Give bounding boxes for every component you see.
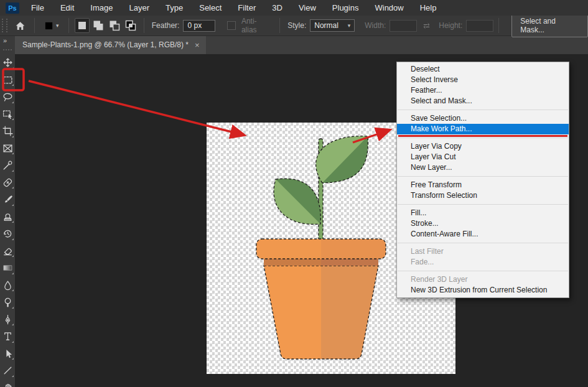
chevron-down-icon: ▾ <box>56 22 59 29</box>
close-icon[interactable]: × <box>195 40 200 50</box>
menu-layer[interactable]: Layer <box>121 0 158 16</box>
menu-item-layer-via-cut[interactable]: Layer Via Cut <box>397 152 569 162</box>
menu-item-new-3d-extrusion[interactable]: New 3D Extrusion from Current Selection <box>397 285 569 296</box>
menu-item-stroke[interactable]: Stroke... <box>397 218 569 229</box>
clone-stamp-icon <box>2 212 13 222</box>
menu-3d[interactable]: 3D <box>264 0 291 16</box>
menu-file[interactable]: File <box>23 0 52 16</box>
frame-icon <box>2 143 13 154</box>
menu-edit[interactable]: Edit <box>52 0 82 16</box>
menu-item-save-selection[interactable]: Save Selection... <box>397 113 569 124</box>
tool-gradient[interactable] <box>0 259 15 277</box>
height-input[interactable] <box>466 20 493 32</box>
panel-grip[interactable] <box>2 19 7 32</box>
history-brush-icon <box>2 228 13 239</box>
menu-item-feather[interactable]: Feather... <box>397 85 569 96</box>
menu-item-last-filter: Last Filter <box>397 246 569 257</box>
subtract-from-selection-icon[interactable] <box>107 18 122 33</box>
chevron-down-icon: ▾ <box>348 22 351 29</box>
gradient-icon <box>2 263 13 273</box>
menu-separator <box>398 271 568 271</box>
menu-item-free-transform[interactable]: Free Transform <box>397 180 569 190</box>
options-bar: ▾ Feather: Anti-alias Style: Normal ▾ Wi… <box>0 16 588 36</box>
menu-view[interactable]: View <box>291 0 324 16</box>
tool-eyedropper[interactable] <box>0 157 15 174</box>
feather-label: Feather: <box>152 21 180 30</box>
menu-item-render-3d-layer: Render 3D Layer <box>397 274 569 285</box>
pot-rim <box>256 239 386 259</box>
home-icon[interactable] <box>11 17 29 34</box>
pot-band <box>264 259 378 266</box>
style-value: Normal <box>314 21 338 30</box>
menu-item-select-inverse[interactable]: Select Inverse <box>397 75 569 85</box>
menu-image[interactable]: Image <box>82 0 121 16</box>
style-select[interactable]: Normal ▾ <box>310 19 355 32</box>
toolbar-grip[interactable] <box>3 49 12 50</box>
tool-dodge[interactable] <box>0 294 15 311</box>
menu-filter[interactable]: Filter <box>230 0 264 16</box>
tool-clone-stamp[interactable] <box>0 208 15 226</box>
eraser-icon <box>2 246 13 256</box>
feather-input[interactable] <box>183 20 215 32</box>
tool-hand[interactable] <box>0 380 15 387</box>
new-selection-icon[interactable] <box>75 18 90 33</box>
tool-blur[interactable] <box>0 277 15 294</box>
tool-frame[interactable] <box>0 140 15 157</box>
menu-item-select-and-mask[interactable]: Select and Mask... <box>397 96 569 106</box>
tool-spot-healing-brush[interactable] <box>0 174 15 192</box>
width-input[interactable] <box>390 20 417 32</box>
menu-help[interactable]: Help <box>412 0 445 16</box>
blur-icon <box>2 280 13 291</box>
tool-path-selection[interactable] <box>0 345 15 363</box>
type-icon <box>2 331 13 342</box>
rectangular-marquee-icon <box>2 75 13 85</box>
menu-select[interactable]: Select <box>191 0 230 16</box>
brush-icon <box>2 194 13 205</box>
tool-preset-picker[interactable]: ▾ <box>40 17 63 34</box>
menu-item-transform-selection[interactable]: Transform Selection <box>397 190 569 201</box>
tool-type[interactable] <box>0 328 15 345</box>
menu-item-fade: Fade... <box>397 257 569 268</box>
menu-item-layer-via-copy[interactable]: Layer Via Copy <box>397 141 569 152</box>
menu-item-new-layer[interactable]: New Layer... <box>397 162 569 173</box>
toolbar: » <box>0 35 15 387</box>
tool-brush[interactable] <box>0 191 15 208</box>
anti-alias-label: Anti-alias <box>241 17 271 34</box>
tool-pen[interactable] <box>0 311 15 329</box>
select-and-mask-button[interactable]: Select and Mask... <box>511 14 588 37</box>
menu-separator <box>398 110 568 110</box>
plant-leaf-right <box>316 136 381 200</box>
line-icon <box>2 365 13 376</box>
menu-item-make-work-path[interactable]: Make Work Path... <box>397 124 569 134</box>
menu-window[interactable]: Window <box>366 0 411 16</box>
intersect-selection-icon[interactable] <box>123 18 138 33</box>
eyedropper-icon <box>2 160 13 170</box>
tool-line[interactable] <box>0 362 15 380</box>
tool-move[interactable] <box>0 54 15 72</box>
collapse-panel-icon[interactable]: » <box>0 35 15 44</box>
dodge-icon <box>2 297 13 307</box>
tool-rectangular-marquee[interactable] <box>0 72 15 89</box>
tool-lasso[interactable] <box>0 88 15 106</box>
crop-icon <box>2 126 13 136</box>
menu-type[interactable]: Type <box>157 0 191 16</box>
document-tab[interactable]: Sample-Plants-1.png @ 66.7% (Layer 1, RG… <box>15 35 206 54</box>
lasso-icon <box>2 91 13 102</box>
pen-icon <box>2 314 13 325</box>
tool-history-brush[interactable] <box>0 225 15 243</box>
swap-dimensions-icon[interactable] <box>422 21 431 30</box>
hand-icon <box>2 383 13 387</box>
menu-separator <box>398 243 568 243</box>
tool-crop[interactable] <box>0 123 15 140</box>
anti-alias-checkbox[interactable] <box>227 21 236 30</box>
object-selection-icon <box>2 109 13 119</box>
menu-item-fill[interactable]: Fill... <box>397 208 569 218</box>
pot-body <box>264 266 378 359</box>
menu-plugins[interactable]: Plugins <box>324 0 367 16</box>
menu-item-deselect[interactable]: Deselect <box>397 64 569 75</box>
tool-eraser[interactable] <box>0 243 15 260</box>
add-to-selection-icon[interactable] <box>91 18 106 33</box>
marquee-preset-icon <box>44 21 54 30</box>
menu-item-content-aware-fill[interactable]: Content-Aware Fill... <box>397 229 569 240</box>
tool-object-selection[interactable] <box>0 106 15 123</box>
